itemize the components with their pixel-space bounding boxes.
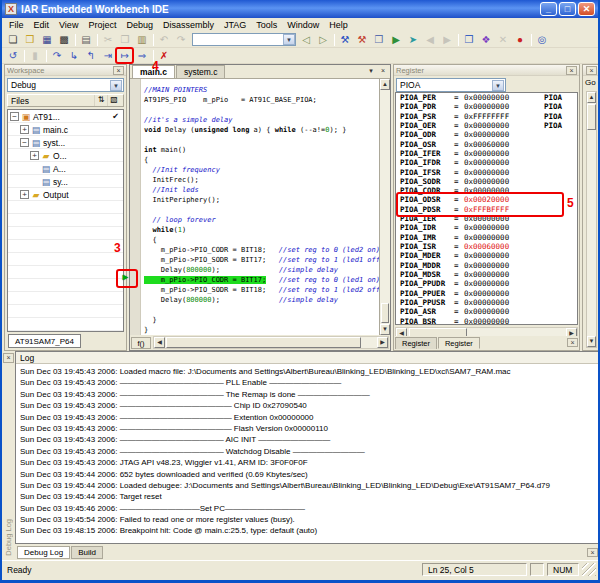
tree-item-output[interactable]: +▰Output	[8, 188, 123, 201]
register-tab-1[interactable]: Register	[395, 337, 437, 349]
menu-file[interactable]: File	[4, 20, 29, 30]
paste-icon[interactable]: ▥	[134, 33, 150, 47]
navigate-forward-icon[interactable]: ▶	[439, 33, 455, 47]
code-line[interactable]	[144, 105, 379, 115]
register-row-pioa_ifdr[interactable]: PIOA_IFDR=0x00000000	[396, 158, 577, 167]
register-row-pioa_ppudr[interactable]: PIOA_PPUDR=0x00000000	[396, 279, 577, 288]
tree-item-sy[interactable]: ▤sy...	[8, 175, 123, 188]
step-out-icon[interactable]: ↰	[83, 49, 99, 63]
register-row-pioa_ifer[interactable]: PIOA_IFER=0x00000000	[396, 149, 577, 158]
network-icon[interactable]: ❖	[478, 33, 494, 47]
redo-icon[interactable]: ↷	[173, 33, 189, 47]
code-line[interactable]	[144, 305, 379, 315]
workspace-close-icon[interactable]: ×	[113, 66, 124, 75]
code-line[interactable]: m_pPio->PIO_SODR = BIT18; //set reg to 1…	[144, 285, 379, 295]
code-line[interactable]	[144, 205, 379, 215]
expand-icon[interactable]: +	[20, 190, 29, 199]
editor-horizontal-scrollbar[interactable]: ◀ ▶	[153, 336, 389, 349]
step-into-icon[interactable]: ↳	[66, 49, 82, 63]
reset-icon[interactable]: ↺	[5, 49, 21, 63]
compile-icon[interactable]: ⚒	[354, 33, 370, 47]
code-line[interactable]: m_pPio->PIO_CODR = BIT18; //set reg to 0…	[144, 245, 379, 255]
collapse-icon[interactable]: −	[20, 138, 29, 147]
vertical-scroll-thumb[interactable]	[381, 303, 389, 323]
save-all-icon[interactable]: ▩	[56, 33, 72, 47]
files-options-icon[interactable]: ▧	[107, 95, 120, 106]
log-close-icon[interactable]: ×	[3, 353, 14, 363]
minimize-button[interactable]: _	[540, 2, 557, 16]
find-previous-icon[interactable]: ◁	[298, 33, 314, 47]
scroll-up-icon[interactable]: ▲	[587, 92, 596, 103]
next-statement-icon[interactable]: ⇥	[100, 49, 116, 63]
register-row-pioa_oer[interactable]: PIOA_OER=0x00000000PIOA	[396, 121, 577, 130]
chevron-down-icon[interactable]: ▼	[110, 80, 122, 91]
expand-icon[interactable]: +	[30, 151, 39, 160]
register-row-pioa_asr[interactable]: PIOA_ASR=0x00000000	[396, 307, 577, 316]
menu-view[interactable]: View	[54, 20, 83, 30]
menu-debug[interactable]: Debug	[121, 20, 158, 30]
code-line[interactable]: //Init frequency	[144, 165, 379, 175]
side-scroll-thumb[interactable]	[587, 104, 596, 130]
tree-item-a[interactable]: ▤A...	[8, 162, 123, 175]
code-line[interactable]: {	[144, 155, 379, 165]
menu-jtag[interactable]: JTAG	[219, 20, 251, 30]
register-row-pioa_mddr[interactable]: PIOA_MDDR=0x00000000	[396, 261, 577, 270]
files-sort-icon[interactable]: ⇅	[94, 95, 107, 106]
save-icon[interactable]: ▦	[39, 33, 55, 47]
menu-edit[interactable]: Edit	[29, 20, 55, 30]
break-icon[interactable]: ▮	[27, 49, 43, 63]
print-icon[interactable]: ▤	[78, 33, 94, 47]
log-tab-build[interactable]: Build	[71, 546, 103, 559]
files-column-header[interactable]: Files ⇅▧	[7, 94, 124, 107]
chevron-down-icon[interactable]: ▼	[492, 80, 504, 91]
register-row-pioa_ppusr[interactable]: PIOA_PPUSR=0x00000000	[396, 298, 577, 307]
register-tabs-close-icon[interactable]: ×	[567, 338, 578, 347]
register-row-pioa_idr[interactable]: PIOA_IDR=0x00000000	[396, 223, 577, 232]
register-tab-2[interactable]: Register	[438, 337, 480, 349]
register-row-pioa_pdr[interactable]: PIOA_PDR=0x00000000PIOA	[396, 102, 577, 111]
scroll-up-icon[interactable]: ▲	[380, 79, 390, 90]
workspace-tab-at91sam7[interactable]: AT91SAM7_P64	[8, 334, 81, 348]
tree-item-o[interactable]: +▰O...	[8, 149, 123, 162]
menu-tools[interactable]: Tools	[251, 20, 282, 30]
register-row-pioa_isr[interactable]: PIOA_ISR=0x00060000	[396, 242, 577, 251]
code-line[interactable]: m_pPio->PIO_CODR = BIT17; //set reg to 0…	[144, 275, 379, 285]
cut-icon[interactable]: ✂	[100, 33, 116, 47]
editor-margin[interactable]	[130, 79, 141, 335]
code-line[interactable]: int main()	[144, 145, 379, 155]
register-row-pioa_psr[interactable]: PIOA_PSR=0xFFFFFFFFPIOA	[396, 112, 577, 121]
undo-icon[interactable]: ↶	[156, 33, 172, 47]
log-lines[interactable]: Sun Dec 03 19:45:43 2006: Loaded macro f…	[16, 364, 599, 537]
code-line[interactable]: InitFrec();	[144, 175, 379, 185]
menu-help[interactable]: Help	[324, 20, 353, 30]
download-icon[interactable]: ▶	[388, 33, 404, 47]
editor-tab-system-c[interactable]: system.c	[176, 65, 226, 78]
code-line[interactable]: InitPeriphery();	[144, 195, 379, 205]
tree-item-at91[interactable]: −▣AT91...✔	[8, 110, 123, 123]
register-row-pioa_mdsr[interactable]: PIOA_MDSR=0x00000000	[396, 270, 577, 279]
code-line[interactable]: Delay(800000); //simple delay	[144, 265, 379, 275]
code-line[interactable]: }	[144, 315, 379, 325]
scroll-down-icon[interactable]: ▼	[587, 336, 596, 347]
menu-window[interactable]: Window	[282, 20, 324, 30]
code-line[interactable]: AT91PS_PIO m_pPio = AT91C_BASE_PIOA;	[144, 95, 379, 105]
register-row-pioa_bsr[interactable]: PIOA_BSR=0x00000000	[396, 317, 577, 326]
menu-project[interactable]: Project	[83, 20, 121, 30]
menu-disassembly[interactable]: Disassembly	[158, 20, 219, 30]
scroll-down-icon[interactable]: ▼	[380, 324, 390, 335]
code-line[interactable]: //Init leds	[144, 185, 379, 195]
register-row-pioa_odr[interactable]: PIOA_ODR=0x00000000	[396, 130, 577, 139]
make-icon[interactable]: ⚒	[337, 33, 353, 47]
side-pane-scrollbar[interactable]: ▲ ▼	[586, 91, 597, 348]
maximize-button[interactable]: □	[559, 2, 576, 16]
collapse-icon[interactable]: −	[10, 112, 19, 121]
register-row-pioa_ppuer[interactable]: PIOA_PPUER=0x00000000	[396, 289, 577, 298]
search-combobox[interactable]: ▼	[192, 33, 296, 46]
register-group-select[interactable]: PIOA ▼	[396, 78, 506, 92]
workspace-config-select[interactable]: Debug ▼	[7, 78, 124, 92]
disconnect-icon[interactable]: ✕	[495, 33, 511, 47]
open-file-icon[interactable]: ❒	[22, 33, 38, 47]
tab-list-icon[interactable]: ▾	[366, 66, 376, 76]
side-pane-close-icon[interactable]: ×	[586, 66, 597, 75]
horizontal-scroll-thumb[interactable]	[166, 337, 361, 348]
